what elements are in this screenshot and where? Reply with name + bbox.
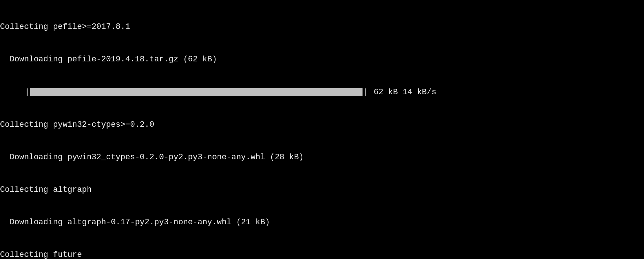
output-line: Collecting pywin32-ctypes>=0.2.0 [0,119,644,130]
terminal-output[interactable]: Collecting pefile>=2017.8.1 Downloading … [0,0,644,259]
output-line: Downloading pywin32_ctypes-0.2.0-py2.py3… [0,152,644,163]
progress-bar [30,88,363,96]
progress-row: | | 62 kB 14 kB/s [0,87,644,98]
progress-text: 62 kB 14 kB/s [369,87,436,98]
output-line: Collecting future [0,250,644,259]
output-line: Downloading altgraph-0.17-py2.py3-none-a… [0,217,644,228]
output-line: Collecting pefile>=2017.8.1 [0,22,644,33]
progress-pipe-icon: | [363,87,369,98]
output-line: Collecting altgraph [0,184,644,195]
output-line: Downloading pefile-2019.4.18.tar.gz (62 … [0,54,644,65]
progress-pipe-icon: | [24,87,30,98]
